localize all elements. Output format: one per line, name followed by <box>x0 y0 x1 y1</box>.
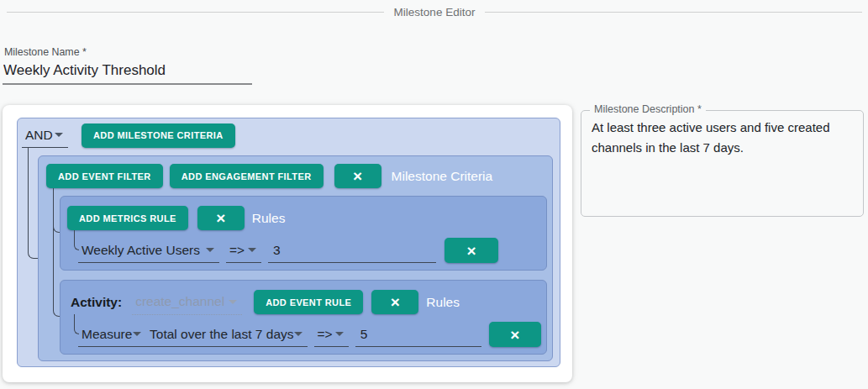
event-rules-panel: Activity: create_channel ADD EVENT RULE … <box>60 280 547 355</box>
remove-event-rule-button[interactable]: × <box>489 322 541 347</box>
metrics-rules-title: Rules <box>252 211 286 226</box>
remove-metrics-rule-button[interactable]: × <box>445 238 498 263</box>
event-rules-header-row: Activity: create_channel ADD EVENT RULE … <box>66 290 541 314</box>
operator-select[interactable]: => <box>314 322 349 347</box>
metrics-rule-row: Weekly Active Users => × <box>78 238 541 263</box>
chevron-down-icon <box>55 133 63 137</box>
add-metrics-rule-button[interactable]: ADD METRICS RULE <box>67 206 188 230</box>
chevron-down-icon <box>206 248 214 252</box>
milestone-name-label: Milestone Name * <box>4 46 87 58</box>
add-event-rule-button[interactable]: ADD EVENT RULE <box>254 290 363 314</box>
combinator-select-value: AND <box>25 128 53 143</box>
chevron-down-icon <box>335 332 344 336</box>
milestone-editor-page: { "page": { "title": "Milestone Editor" … <box>0 0 868 389</box>
add-engagement-filter-button[interactable]: ADD ENGAGEMENT FILTER <box>170 164 324 188</box>
activity-select-value: create_channel <box>135 294 224 309</box>
add-milestone-criteria-button[interactable]: ADD MILESTONE CRITERIA <box>82 124 235 148</box>
aggregation-select[interactable]: Total over the last 7 days <box>146 322 307 347</box>
milestone-description-label: Milestone Description * <box>590 103 706 115</box>
chevron-down-icon <box>229 300 237 304</box>
add-event-filter-button[interactable]: ADD EVENT FILTER <box>46 164 163 188</box>
metric-select[interactable]: Weekly Active Users <box>78 238 219 263</box>
milestone-criteria-group-title: Milestone Criteria <box>392 169 493 184</box>
close-icon: × <box>510 327 519 343</box>
divider-line-right <box>485 12 862 13</box>
remove-milestone-criteria-button[interactable]: × <box>334 164 381 188</box>
milestone-description-field: Milestone Description * At least three a… <box>581 110 864 217</box>
milestone-name-input[interactable] <box>3 60 252 85</box>
milestone-criteria-header-row: ADD EVENT FILTER ADD ENGAGEMENT FILTER ×… <box>46 164 547 188</box>
chevron-down-icon <box>248 248 256 252</box>
close-icon: × <box>216 210 225 226</box>
close-icon: × <box>353 168 362 184</box>
combinator-select[interactable]: AND <box>22 123 68 148</box>
activity-select: create_channel <box>132 290 242 315</box>
event-threshold-input[interactable] <box>355 322 481 347</box>
operator-select-value: => <box>318 327 333 342</box>
divider-line-left <box>7 12 384 13</box>
operator-select[interactable]: => <box>226 238 261 263</box>
measure-select-value: Measure <box>82 327 132 342</box>
combinator-group-panel: AND ADD MILESTONE CRITERIA ADD EVENT FIL… <box>17 118 560 367</box>
aggregation-select-value: Total over the last 7 days <box>150 327 293 342</box>
metric-threshold-input[interactable] <box>268 238 436 263</box>
metrics-rules-panel: ADD METRICS RULE × Rules Weekly Active U… <box>60 196 547 271</box>
remove-event-rules-button[interactable]: × <box>371 290 418 314</box>
combinator-header-row: AND ADD MILESTONE CRITERIA <box>21 123 553 148</box>
chevron-down-icon <box>133 332 141 336</box>
metrics-rules-header-row: ADD METRICS RULE × Rules <box>66 206 541 230</box>
milestone-criteria-card: AND ADD MILESTONE CRITERIA ADD EVENT FIL… <box>3 105 572 382</box>
milestone-description-textarea[interactable]: At least three active users and five cre… <box>581 111 863 216</box>
section-divider: Milestone Editor <box>7 5 862 18</box>
operator-select-value: => <box>229 243 245 258</box>
tree-connector <box>53 188 60 317</box>
tree-connector <box>28 148 38 259</box>
event-rules-title: Rules <box>426 295 460 310</box>
metric-select-value: Weekly Active Users <box>82 243 200 258</box>
event-rule-row: Measure Total over the last 7 days => × <box>78 322 541 347</box>
close-icon: × <box>391 294 400 310</box>
page-title: Milestone Editor <box>394 6 476 18</box>
activity-label: Activity: <box>71 295 122 310</box>
milestone-criteria-group-panel: ADD EVENT FILTER ADD ENGAGEMENT FILTER ×… <box>38 155 553 361</box>
close-icon: × <box>466 243 476 259</box>
measure-select[interactable]: Measure <box>78 322 146 347</box>
tree-connector <box>74 230 79 250</box>
remove-metrics-rules-button[interactable]: × <box>197 206 245 230</box>
tree-connector <box>74 314 79 334</box>
chevron-down-icon <box>294 332 302 336</box>
